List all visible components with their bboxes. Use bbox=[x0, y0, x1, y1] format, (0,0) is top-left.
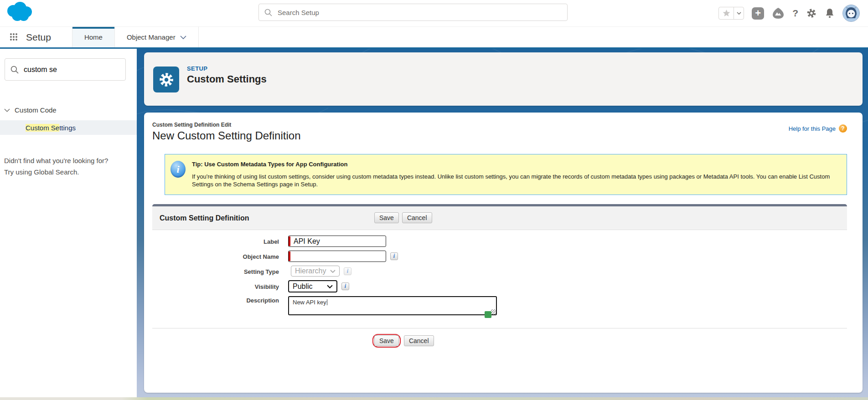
page-title: Custom Settings bbox=[187, 73, 267, 85]
sidebar-help-line2: Try using Global Search. bbox=[4, 166, 132, 178]
search-icon bbox=[10, 66, 19, 74]
form-page-title: New Custom Setting Definition bbox=[152, 129, 854, 142]
object-name-field-label: Object Name bbox=[152, 252, 279, 260]
setup-gear-icon[interactable] bbox=[806, 8, 817, 19]
top-utility-bar: + ? bbox=[0, 0, 868, 26]
help-for-this-page-link[interactable]: Help for this Page bbox=[789, 125, 836, 132]
visibility-value: Public bbox=[293, 282, 313, 291]
main-content: SETUP Custom Settings Custom Setting Def… bbox=[137, 49, 868, 397]
utility-icons: + ? bbox=[718, 0, 860, 26]
sidebar-item-custom-settings[interactable]: Custom Settings bbox=[0, 120, 137, 135]
quick-find-box[interactable] bbox=[5, 58, 126, 81]
search-setup-input[interactable] bbox=[278, 9, 562, 16]
help-icon[interactable]: ? bbox=[792, 8, 798, 19]
required-indicator bbox=[289, 251, 290, 261]
cancel-button-bottom[interactable]: Cancel bbox=[404, 335, 434, 346]
field-row-label: Label bbox=[152, 236, 847, 247]
quick-find-input[interactable] bbox=[24, 66, 120, 74]
search-match-highlight: Custom Se bbox=[26, 124, 59, 132]
tab-home[interactable]: Home bbox=[72, 27, 114, 47]
bottom-edge-sliver bbox=[0, 397, 868, 400]
user-avatar[interactable] bbox=[842, 5, 860, 22]
description-field-label: Description bbox=[152, 296, 279, 304]
custom-settings-tile bbox=[153, 67, 179, 92]
app-launcher-icon[interactable] bbox=[10, 33, 18, 41]
search-icon bbox=[264, 9, 272, 16]
breadcrumb: Custom Setting Definition Edit bbox=[152, 122, 854, 128]
info-icon[interactable]: i bbox=[390, 252, 398, 260]
tab-object-manager[interactable]: Object Manager bbox=[114, 27, 199, 47]
favorites-dropdown-icon[interactable] bbox=[734, 7, 744, 19]
field-row-description: Description New API key bbox=[152, 296, 847, 315]
favorites-control bbox=[718, 7, 744, 20]
sidebar-help-line1: Didn't find what you're looking for? bbox=[4, 155, 132, 166]
custom-setting-definition-section: Custom Setting Definition Save Cancel La… bbox=[152, 204, 847, 355]
chevron-down-icon bbox=[180, 36, 186, 39]
save-annotation-ring: Save bbox=[372, 334, 401, 348]
page-header-card: SETUP Custom Settings bbox=[144, 52, 863, 106]
setup-search-bar[interactable] bbox=[258, 4, 568, 21]
setup-sidebar: Custom Code Custom Settings Didn't find … bbox=[0, 49, 137, 397]
field-row-setting-type: Setting Type Hierarchy i bbox=[152, 266, 847, 277]
drag-handle-marker bbox=[485, 311, 491, 318]
label-field-label: Label bbox=[152, 237, 279, 245]
setting-type-field-label: Setting Type bbox=[152, 267, 279, 275]
resize-handle-icon[interactable] bbox=[491, 309, 496, 314]
cancel-button-top[interactable]: Cancel bbox=[402, 212, 432, 223]
tip-title: Tip: Use Custom Metadata Types for App C… bbox=[192, 161, 839, 168]
tab-home-label: Home bbox=[84, 33, 103, 41]
save-button-top[interactable]: Save bbox=[374, 212, 399, 223]
guidance-center-icon[interactable] bbox=[772, 7, 785, 19]
page-eyebrow: SETUP bbox=[187, 65, 207, 72]
tip-box: i Tip: Use Custom Metadata Types for App… bbox=[165, 154, 847, 195]
sidebar-help-text: Didn't find what you're looking for? Try… bbox=[4, 155, 132, 178]
section-title: Custom Setting Definition bbox=[160, 214, 249, 222]
field-row-visibility: Visibility Public i bbox=[152, 280, 847, 292]
setting-type-value: Hierarchy bbox=[295, 267, 326, 275]
notifications-bell-icon[interactable] bbox=[825, 8, 835, 19]
setup-navbar: Setup Home Object Manager bbox=[0, 26, 868, 49]
quick-create-icon[interactable]: + bbox=[752, 7, 764, 20]
help-question-icon[interactable]: ? bbox=[839, 124, 847, 133]
gear-icon bbox=[158, 71, 175, 88]
chevron-down-icon bbox=[327, 285, 333, 288]
tip-body: If you're thinking of using list custom … bbox=[192, 173, 839, 188]
chevron-down-icon bbox=[4, 108, 10, 112]
sidebar-item-label-rest: ttings bbox=[59, 124, 76, 132]
text-caret bbox=[327, 299, 327, 305]
info-icon: i bbox=[170, 161, 186, 178]
info-icon: i bbox=[344, 267, 351, 275]
save-button-bottom[interactable]: Save bbox=[374, 335, 399, 346]
chevron-down-icon bbox=[330, 270, 336, 273]
app-title: Setup bbox=[26, 32, 51, 43]
setting-type-select: Hierarchy bbox=[291, 266, 340, 277]
favorite-star-icon[interactable] bbox=[719, 7, 734, 19]
description-textarea[interactable]: New API key bbox=[288, 296, 497, 315]
tab-object-manager-label: Object Manager bbox=[127, 33, 176, 41]
description-text: New API key bbox=[293, 299, 326, 306]
salesforce-logo bbox=[4, 1, 36, 25]
info-icon[interactable]: i bbox=[341, 282, 349, 290]
visibility-field-label: Visibility bbox=[152, 282, 279, 290]
visibility-select[interactable]: Public bbox=[288, 280, 337, 292]
sidebar-section-custom-code[interactable]: Custom Code bbox=[4, 106, 137, 114]
content-card: Custom Setting Definition Edit New Custo… bbox=[144, 113, 863, 393]
field-row-object-name: Object Name i bbox=[152, 251, 847, 262]
object-name-input[interactable] bbox=[288, 251, 386, 262]
required-indicator bbox=[289, 236, 290, 246]
label-input[interactable] bbox=[288, 236, 386, 247]
sidebar-section-label: Custom Code bbox=[15, 106, 57, 114]
